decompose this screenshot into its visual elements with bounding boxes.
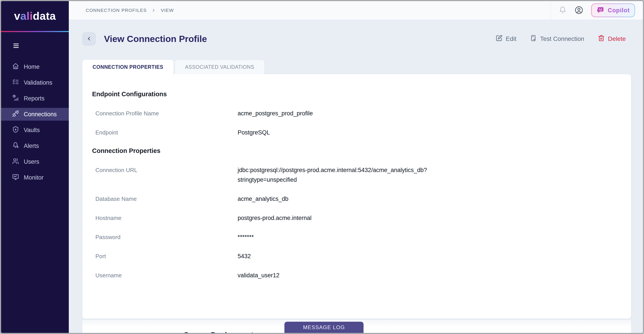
copilot-label: Copilot	[608, 7, 630, 14]
sidebar-item-alerts[interactable]: Alerts	[1, 140, 69, 152]
gradient-divider	[1, 31, 69, 32]
app-window: validata Home Validations Reports Connec	[0, 0, 644, 334]
field-row-port: Port 5432	[92, 252, 618, 261]
field-label: Database Name	[96, 194, 238, 204]
field-value: postgres-prod.acme.internal	[238, 213, 448, 223]
users-icon	[12, 158, 19, 166]
field-value: acme_analytics_db	[238, 194, 448, 204]
bell-icon	[559, 6, 567, 15]
notifications-button[interactable]	[559, 6, 567, 15]
file-check-icon	[530, 35, 537, 43]
field-label: Connection Profile Name	[96, 108, 238, 118]
sidebar: validata Home Validations Reports Connec	[1, 1, 69, 333]
bell-plus-icon	[12, 142, 19, 150]
main-area: CONNECTION PROFILES VIEW Copilot	[69, 1, 643, 333]
breadcrumb: CONNECTION PROFILES VIEW	[86, 8, 174, 13]
checklist-icon	[12, 78, 19, 87]
field-label: Endpoint	[96, 128, 238, 137]
edit-label: Edit	[506, 36, 516, 42]
copilot-button[interactable]: Copilot	[591, 4, 635, 17]
sidebar-item-validations[interactable]: Validations	[1, 76, 69, 89]
field-row-password: Password *******	[92, 232, 618, 242]
field-label: Hostname	[96, 213, 238, 223]
pencil-square-icon	[496, 35, 502, 43]
section-heading-endpoint-configurations: Endpoint Configurations	[92, 90, 618, 98]
sidebar-item-label: Users	[24, 158, 39, 165]
field-row-database-name: Database Name acme_analytics_db	[92, 194, 618, 204]
logo-prefix: v	[14, 10, 20, 22]
breadcrumb-item-view: VIEW	[161, 8, 174, 13]
sidebar-item-home[interactable]: Home	[1, 60, 69, 73]
logo-accent: ali	[20, 10, 33, 22]
shield-icon	[12, 126, 19, 134]
back-button[interactable]	[82, 32, 96, 46]
field-row-connection-profile-name: Connection Profile Name acme_postgres_pr…	[92, 108, 618, 118]
sidebar-item-connections[interactable]: Connections	[1, 108, 69, 121]
chevron-right-icon	[152, 8, 156, 12]
field-value: acme_postgres_prod_profile	[238, 108, 448, 118]
section-heading-connection-properties: Connection Properties	[92, 147, 618, 155]
message-log-button[interactable]: MESSAGE LOG	[284, 322, 364, 333]
sidebar-item-label: Alerts	[24, 142, 39, 150]
field-row-username: Username validata_user12	[92, 270, 618, 280]
field-label: Connection URL	[96, 165, 238, 184]
sidebar-nav: Home Validations Reports Connections Vau…	[1, 60, 69, 187]
field-value: validata_user12	[238, 270, 448, 280]
field-row-hostname: Hostname postgres-prod.acme.internal	[92, 213, 618, 223]
plug-icon	[12, 110, 19, 119]
page: View Connection Profile Edit Test Connec…	[69, 20, 643, 333]
field-value: *******	[238, 232, 448, 242]
logo-suffix: data	[33, 10, 56, 22]
sidebar-item-label: Vaults	[24, 127, 40, 134]
sidebar-item-label: Reports	[24, 95, 44, 102]
secure-deployment-partial-heading: Secure Deployment	[184, 330, 631, 333]
sidebar-item-label: Home	[24, 64, 40, 70]
field-label: Password	[96, 232, 238, 242]
field-row-endpoint: Endpoint PostgreSQL	[92, 128, 618, 137]
topbar: CONNECTION PROFILES VIEW Copilot	[69, 1, 643, 20]
test-connection-button[interactable]: Test Connection	[530, 35, 584, 43]
trash-icon	[598, 35, 605, 43]
header-actions: Edit Test Connection Delete	[496, 35, 631, 43]
sidebar-item-label: Monitor	[24, 174, 44, 181]
field-value: 5432	[238, 252, 448, 261]
delete-button[interactable]: Delete	[598, 35, 626, 43]
field-label: Username	[96, 270, 238, 280]
user-circle-icon	[574, 6, 583, 15]
sidebar-item-reports[interactable]: Reports	[1, 92, 69, 105]
sidebar-item-users[interactable]: Users	[1, 155, 69, 168]
sidebar-item-monitor[interactable]: Monitor	[1, 171, 69, 184]
topbar-right: Copilot	[550, 1, 643, 20]
account-button[interactable]	[574, 6, 583, 15]
menu-toggle-button[interactable]	[12, 43, 20, 50]
monitor-icon	[12, 173, 19, 182]
copilot-chat-icon	[596, 6, 605, 15]
report-chart-icon	[12, 94, 19, 103]
validata-logo: validata	[1, 1, 69, 31]
sidebar-item-label: Validations	[24, 79, 52, 86]
sidebar-item-label: Connections	[24, 111, 57, 118]
chevron-left-icon	[86, 36, 92, 42]
breadcrumb-item-connection-profiles[interactable]: CONNECTION PROFILES	[86, 8, 146, 13]
house-icon	[12, 62, 19, 71]
connection-properties-panel: Endpoint Configurations Connection Profi…	[82, 74, 631, 318]
delete-label: Delete	[608, 36, 626, 42]
tab-bar: CONNECTION PROPERTIES ASSOCIATED VALIDAT…	[82, 60, 631, 74]
field-value: jdbc:postgresql://postgres-prod.acme.int…	[238, 165, 448, 184]
field-label: Port	[96, 252, 238, 261]
sidebar-item-vaults[interactable]: Vaults	[1, 124, 69, 136]
field-row-connection-url: Connection URL jdbc:postgresql://postgre…	[92, 165, 618, 184]
page-header: View Connection Profile Edit Test Connec…	[82, 32, 631, 46]
tab-associated-validations[interactable]: ASSOCIATED VALIDATIONS	[175, 60, 265, 74]
tab-connection-properties[interactable]: CONNECTION PROPERTIES	[82, 60, 174, 74]
hamburger-icon	[12, 46, 20, 50]
field-value: PostgreSQL	[238, 128, 448, 137]
test-connection-label: Test Connection	[540, 36, 584, 42]
page-title: View Connection Profile	[104, 34, 207, 44]
edit-button[interactable]: Edit	[496, 35, 516, 43]
